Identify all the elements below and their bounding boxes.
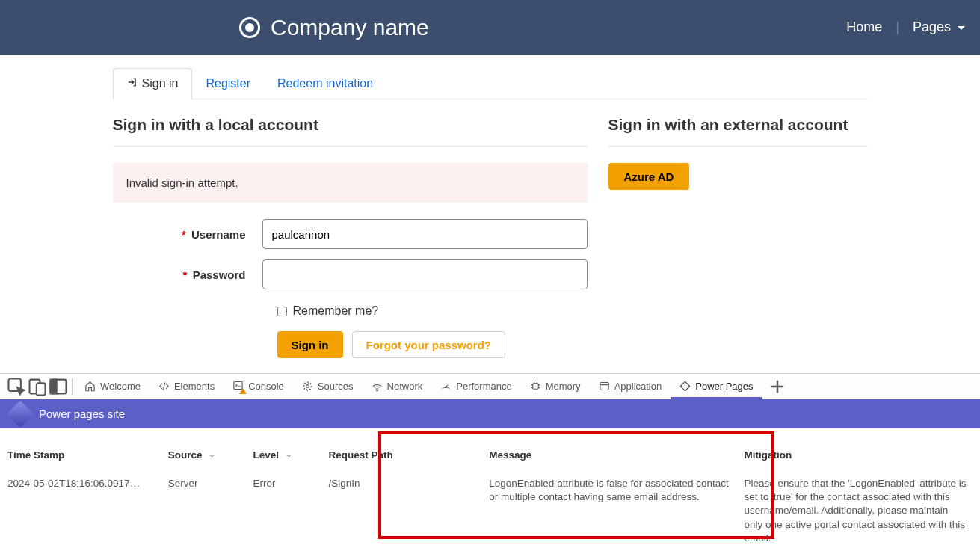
signin-arrow-icon xyxy=(127,77,138,90)
devtab-memory-label: Memory xyxy=(546,381,581,392)
devtab-performance-label: Performance xyxy=(456,381,511,392)
auth-tabs: Sign in Register Redeem invitation xyxy=(113,68,868,99)
log-table: Time Stamp Source Level Request Path Mes… xyxy=(6,436,974,548)
devtab-elements-label: Elements xyxy=(174,381,215,392)
console-icon xyxy=(232,380,244,393)
devtab-add-button[interactable] xyxy=(767,376,788,397)
cell-mitigation: Please ensure that the 'LogonEnabled' at… xyxy=(742,474,974,548)
svg-rect-5 xyxy=(234,381,242,389)
svg-point-7 xyxy=(376,390,377,391)
devtab-console[interactable]: Console xyxy=(224,374,293,399)
devtools-tab-bar: Welcome Elements Console Sources Network… xyxy=(0,374,980,399)
nav-pages-label: Pages xyxy=(913,19,951,34)
password-input[interactable] xyxy=(262,259,588,289)
tab-redeem[interactable]: Redeem invitation xyxy=(264,68,386,99)
devtab-performance[interactable]: Performance xyxy=(431,374,520,399)
nav-divider: | xyxy=(896,19,899,35)
brand-logo-icon xyxy=(239,17,260,38)
tab-register-label: Register xyxy=(206,77,250,90)
local-signin-heading: Sign in with a local account xyxy=(113,116,588,147)
forgot-password-label: Forgot your password? xyxy=(366,339,492,351)
tab-register[interactable]: Register xyxy=(192,68,264,99)
remember-me-label: Remember me? xyxy=(293,304,379,318)
chevron-down-icon xyxy=(208,452,216,460)
nav-home-link[interactable]: Home xyxy=(846,19,882,35)
username-label: Username xyxy=(191,228,246,241)
cell-timestamp: 2024-05-02T18:16:06.0917… xyxy=(6,474,167,548)
devtab-application-label: Application xyxy=(614,381,662,392)
devtab-network[interactable]: Network xyxy=(363,374,432,399)
col-level-label: Level xyxy=(253,449,279,461)
svg-rect-11 xyxy=(681,381,690,390)
svg-rect-9 xyxy=(532,384,538,390)
col-source[interactable]: Source xyxy=(167,436,252,474)
username-input[interactable] xyxy=(262,219,588,249)
svg-rect-4 xyxy=(51,379,57,393)
devtab-application[interactable]: Application xyxy=(590,374,671,399)
inspect-element-icon[interactable] xyxy=(6,376,27,397)
password-label: Password xyxy=(193,268,246,281)
powerpages-panel-title: Power pages site xyxy=(39,407,125,420)
brand-title: Company name xyxy=(271,15,429,40)
signin-button[interactable]: Sign in xyxy=(277,331,343,358)
external-signin-heading: Sign in with an external account xyxy=(608,116,868,147)
cell-request-path: /SignIn xyxy=(327,474,488,548)
signin-error-banner: Invalid sign-in attempt. xyxy=(113,163,588,203)
devtab-sources[interactable]: Sources xyxy=(293,374,363,399)
devtab-welcome[interactable]: Welcome xyxy=(75,374,150,399)
devtab-welcome-label: Welcome xyxy=(100,381,141,392)
devtab-elements[interactable]: Elements xyxy=(150,374,224,399)
brand[interactable]: Company name xyxy=(239,15,429,40)
devtools-separator xyxy=(72,378,73,395)
devtools-panel: Welcome Elements Console Sources Network… xyxy=(0,373,980,548)
tab-redeem-label: Redeem invitation xyxy=(277,77,373,90)
svg-point-8 xyxy=(446,387,447,388)
log-table-row[interactable]: 2024-05-02T18:16:06.0917… Server Error /… xyxy=(6,474,974,548)
col-mitigation[interactable]: Mitigation xyxy=(742,436,974,474)
forgot-password-button[interactable]: Forgot your password? xyxy=(352,331,506,358)
devtab-network-label: Network xyxy=(387,381,423,392)
devtab-powerpages[interactable]: Power Pages xyxy=(671,374,762,399)
col-source-label: Source xyxy=(168,449,203,461)
svg-rect-2 xyxy=(37,383,46,395)
remember-me-checkbox[interactable] xyxy=(277,307,287,316)
devtab-sources-label: Sources xyxy=(318,381,354,392)
dock-side-icon[interactable] xyxy=(48,376,69,397)
signin-button-label: Sign in xyxy=(292,339,329,351)
azure-ad-label: Azure AD xyxy=(624,170,674,183)
devtab-powerpages-label: Power Pages xyxy=(695,381,753,392)
cell-message: LogonEnabled attribute is false for asso… xyxy=(487,474,742,548)
powerpages-logo-icon xyxy=(7,400,34,428)
required-asterisk: * xyxy=(182,228,186,241)
powerpages-panel-header: Power pages site xyxy=(0,399,980,428)
log-table-header-row: Time Stamp Source Level Request Path Mes… xyxy=(6,436,974,474)
col-message[interactable]: Message xyxy=(487,436,742,474)
azure-ad-button[interactable]: Azure AD xyxy=(608,163,690,190)
top-nav: Company name Home | Pages xyxy=(0,0,980,55)
device-toggle-icon[interactable] xyxy=(27,376,48,397)
col-timestamp[interactable]: Time Stamp xyxy=(6,436,167,474)
tab-signin[interactable]: Sign in xyxy=(113,68,193,99)
devtab-console-label: Console xyxy=(248,381,284,392)
svg-point-6 xyxy=(306,385,309,388)
cell-source: Server xyxy=(167,474,252,548)
col-level[interactable]: Level xyxy=(251,436,327,474)
caret-down-icon xyxy=(958,26,965,30)
nav-pages-dropdown[interactable]: Pages xyxy=(913,19,965,35)
svg-rect-10 xyxy=(600,383,608,390)
tab-signin-label: Sign in xyxy=(142,77,179,90)
devtab-memory[interactable]: Memory xyxy=(521,374,590,399)
cell-level: Error xyxy=(251,474,327,548)
signin-error-text: Invalid sign-in attempt. xyxy=(126,176,238,189)
chevron-down-icon xyxy=(285,452,293,460)
required-asterisk: * xyxy=(183,268,188,281)
col-request-path[interactable]: Request Path xyxy=(327,436,488,474)
